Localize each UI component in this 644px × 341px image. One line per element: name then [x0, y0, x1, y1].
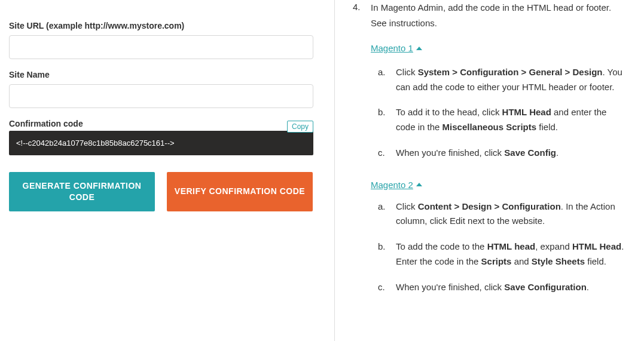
instructions-panel: In Magento Admin, add the code in the HT…	[335, 0, 644, 341]
m2-save-configuration: Save Configuration	[504, 282, 587, 292]
magento-1-toggle[interactable]: Magento 1	[371, 41, 422, 56]
step4-text: In Magento Admin, add the code in the HT…	[371, 2, 611, 28]
magento-2-label: Magento 2	[371, 180, 413, 190]
form-panel: Site URL (example http://www.mystore.com…	[0, 0, 335, 341]
magento-1-label: Magento 1	[371, 41, 413, 56]
caret-up-icon	[416, 47, 422, 50]
m2-step-b: To add the code to the HTML head, expand…	[378, 239, 626, 269]
site-url-input[interactable]	[9, 35, 313, 59]
site-name-label: Site Name	[9, 70, 325, 79]
m1-step-c: When you're finished, click Save Config.	[378, 146, 626, 161]
m2-html-head-1: HTML head	[487, 241, 536, 251]
confirmation-code-label: Confirmation code	[9, 119, 83, 128]
m2-step-a: Click Content > Design > Configuration. …	[378, 199, 626, 229]
magento-2-toggle[interactable]: Magento 2	[371, 180, 422, 190]
instruction-step-4: In Magento Admin, add the code in the HT…	[353, 0, 626, 161]
verify-confirmation-code-button[interactable]: VERIFY CONFIRMATION CODE	[167, 172, 313, 211]
caret-up-icon	[416, 183, 422, 186]
m1-system-path: System > Configuration > General > Desig…	[418, 67, 603, 77]
m2-html-head-2: HTML Head	[572, 241, 621, 251]
site-name-input[interactable]	[9, 84, 313, 108]
m1-step-b: To add it to the head, click HTML Head a…	[378, 105, 626, 135]
m2-step-c: When you're finished, click Save Configu…	[378, 280, 626, 295]
m2-scripts: Scripts	[481, 256, 512, 266]
generate-confirmation-code-button[interactable]: GENERATE CONFIRMATION CODE	[9, 172, 155, 211]
m1-step-a: Click System > Configuration > General >…	[378, 65, 626, 95]
confirmation-code-value: <!--c2042b24a1077e8c1b85b8ac6275c161-->	[9, 131, 313, 155]
m2-style-sheets: Style Sheets	[532, 256, 585, 266]
copy-button[interactable]: Copy	[287, 121, 313, 133]
m1-html-head: HTML Head	[502, 107, 551, 117]
m1-save-config: Save Config	[504, 148, 556, 158]
m1-misc-scripts: Miscellaneous Scripts	[442, 122, 537, 132]
site-url-label: Site URL (example http://www.mystore.com…	[9, 21, 325, 30]
m2-content-path: Content > Design > Configuration	[418, 201, 561, 211]
